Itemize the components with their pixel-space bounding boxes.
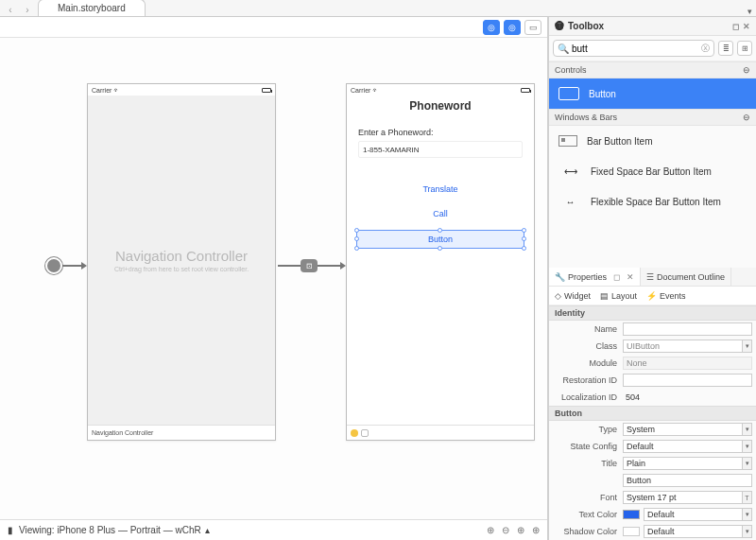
resize-handle[interactable] [354,246,359,251]
phoneword-textfield[interactable]: 1-855-XAMARIN [358,141,523,158]
panel-dock-icon[interactable]: ◻ [613,272,620,282]
scene-footer: Navigation Controller [88,425,275,440]
prop-name-label: Name [549,324,623,334]
nav-bar-title[interactable]: Phoneword [347,96,534,118]
tab-document-outline[interactable]: ☰Document Outline [641,268,731,286]
toolbox-item-fixed-space[interactable]: ⟷ Fixed Space Bar Button Item [549,156,756,186]
toolbox-search-input[interactable] [572,44,701,54]
toolbox-search-box[interactable]: 🔍 ⓧ [553,40,714,57]
panel-close-icon[interactable]: ✕ [743,22,750,31]
prop-locid-label: Localization ID [549,392,623,402]
dropdown-icon[interactable]: ▾ [743,340,752,353]
properties-tab-bar: 🔧Properties◻✕ ☰Document Outline [549,268,756,287]
zoom-fit-icon[interactable]: ⊕ [487,525,494,535]
document-tab-main-storyboard[interactable]: Main.storyboard [38,0,146,16]
scene-phoneword[interactable]: Carrier ᯤ Phoneword Enter a Phoneword: 1… [346,83,535,441]
scene-navigation-controller[interactable]: Carrier ᯤ Navigation Controller Ctrl+dra… [87,83,276,441]
shadowcolor-swatch[interactable] [623,527,640,536]
translate-button[interactable]: Translate [347,177,534,201]
battery-icon [262,88,271,93]
properties-subtabs: ◇ Widget ▤ Layout ⚡ Events [549,287,756,305]
warning-icon[interactable] [351,429,358,437]
tab-overflow[interactable]: ▾ [747,7,752,16]
view-list-icon[interactable]: ≣ [718,41,733,56]
fixedspace-glyph-icon: ⟷ [558,166,581,177]
storyboard-canvas[interactable]: Carrier ᯤ Navigation Controller Ctrl+dra… [0,38,547,519]
prop-module-field[interactable]: None [623,357,752,370]
scene-dock-item[interactable] [361,429,369,437]
wifi-icon: ᯤ [372,87,379,94]
segue-relationship-badge[interactable]: ⊡ [301,259,318,272]
resize-handle[interactable] [354,228,359,233]
prop-name-field[interactable] [623,322,752,336]
toolbox-title: Toolbox [568,21,604,31]
selected-new-button[interactable]: Button [356,230,524,249]
subtab-events[interactable]: ⚡ Events [646,291,686,301]
selected-button-title: Button [428,235,453,244]
toolbox-item-label: Bar Button Item [587,136,652,147]
phoneword-body: Enter a Phoneword: 1-855-XAMARIN Transla… [347,118,534,425]
prop-title-mode-field[interactable]: Plain [623,457,743,470]
document-tab-bar: ‹ › Main.storyboard ▾ [0,0,756,17]
dropdown-icon[interactable]: ▾ [743,525,752,538]
tab-properties[interactable]: 🔧Properties◻✕ [549,268,641,286]
prop-restid-field[interactable] [623,374,752,387]
dropdown-icon[interactable]: ▾ [743,440,752,453]
prop-state-field[interactable]: Default [623,440,743,453]
zoom-actual-icon[interactable]: ⊕ [517,525,524,535]
zoom-out-icon[interactable]: ⊖ [502,525,509,535]
panel-dock-icon[interactable]: ◻ [732,22,739,31]
subtab-widget[interactable]: ◇ Widget [555,291,591,301]
prop-title-text-field[interactable]: Button [623,474,752,487]
panel-toggle[interactable]: ▭ [524,20,541,35]
nav-forward[interactable]: › [21,3,34,16]
toolbox-item-bar-button[interactable]: Bar Button Item [549,126,756,156]
clear-search-icon[interactable]: ⓧ [701,43,710,55]
panel-close-icon[interactable]: ✕ [627,272,634,282]
resize-handle[interactable] [438,246,442,251]
toolbox-item-button[interactable]: Button [549,78,756,109]
call-button[interactable]: Call [347,201,534,226]
nav-back[interactable]: ‹ [4,3,17,16]
viewing-chevron-icon[interactable]: ▴ [205,525,210,535]
toggle-a[interactable]: ◎ [483,20,500,35]
prop-font-field[interactable]: System 17 pt [623,491,743,504]
prop-textcolor-field[interactable]: Default [644,508,743,521]
prop-textcolor-label: Text Color [549,510,623,519]
entry-point[interactable] [45,257,62,274]
resize-handle[interactable] [354,236,359,241]
scene-footer-label: Navigation Controller [92,429,153,436]
toolbox-icon: 🅣 [555,21,564,31]
collapse-icon[interactable]: ⊖ [743,113,750,122]
textcolor-swatch[interactable] [623,510,640,519]
resize-handle[interactable] [522,228,526,233]
viewing-label[interactable]: Viewing: iPhone 8 Plus — Portrait — wChR [19,525,201,535]
group-windows-bars[interactable]: Windows & Bars⊖ [549,109,756,126]
resize-handle[interactable] [438,228,442,233]
enter-phoneword-label[interactable]: Enter a Phoneword: [347,118,534,141]
right-sidebar: 🅣 Toolbox ◻ ✕ 🔍 ⓧ ≣ ⊞ Controls⊖ Button [548,17,756,540]
prop-shadowcolor-label: Shadow Color [549,527,623,536]
prop-class-field[interactable]: UIButton [623,340,743,353]
section-identity[interactable]: Identity [549,305,756,321]
resize-handle[interactable] [522,236,526,241]
prop-type-field[interactable]: System [623,423,743,436]
dropdown-icon[interactable]: ▾ [743,423,752,436]
storyboard-pane: ◎ ◎ ▭ Carrier ᯤ Navigation Controller Ct… [0,17,548,540]
subtab-layout[interactable]: ▤ Layout [600,291,637,301]
carrier-label: Carrier [92,87,112,94]
dropdown-icon[interactable]: ▾ [743,457,752,470]
zoom-in-icon[interactable]: ⊕ [532,525,540,535]
font-picker-icon[interactable]: T [743,491,752,504]
dropdown-icon[interactable]: ▾ [743,508,752,521]
view-grid-icon[interactable]: ⊞ [737,41,752,56]
collapse-icon[interactable]: ⊖ [743,65,750,75]
prop-shadowcolor-field[interactable]: Default [644,525,743,538]
toolbox-item-flex-space[interactable]: ↔ Flexible Space Bar Button Item [549,186,756,217]
status-bar: Carrier ᯤ [88,84,275,96]
toggle-b[interactable]: ◎ [504,20,521,35]
group-controls[interactable]: Controls⊖ [549,61,756,78]
prop-type-label: Type [549,425,623,434]
resize-handle[interactable] [522,246,526,251]
section-button[interactable]: Button [549,406,756,421]
